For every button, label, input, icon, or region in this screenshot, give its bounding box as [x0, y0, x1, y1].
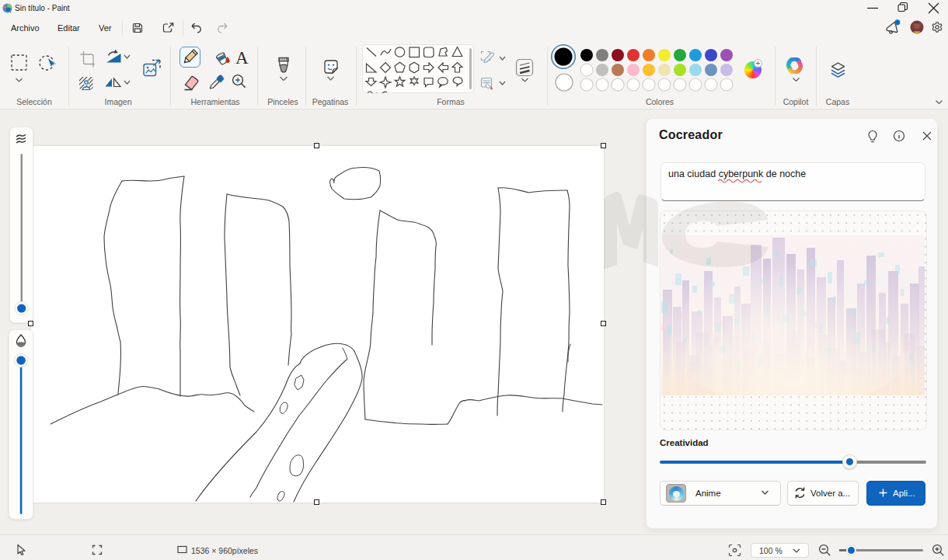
svg-text:A: A [235, 48, 249, 68]
